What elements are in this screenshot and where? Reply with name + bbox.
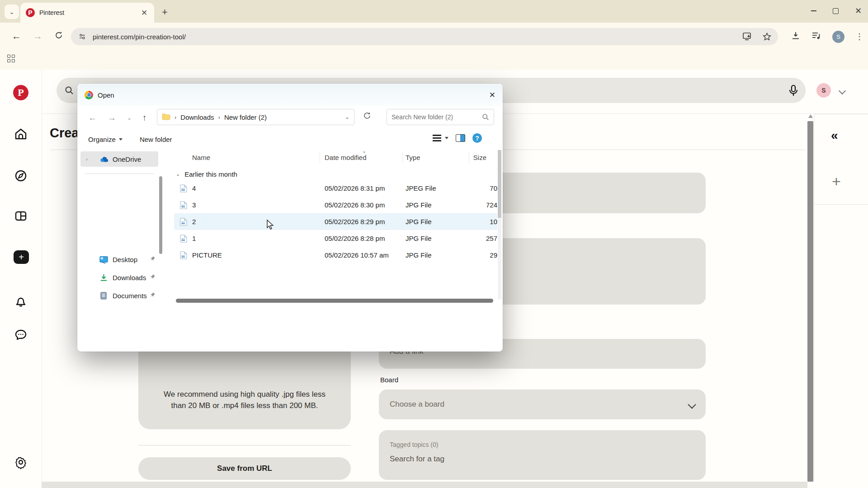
bookmark-star-icon[interactable] [762, 32, 772, 42]
dialog-titlebar[interactable]: Open ✕ [77, 84, 503, 106]
install-app-icon[interactable] [742, 32, 752, 41]
right-panel [814, 114, 868, 482]
site-settings-icon[interactable] [77, 32, 87, 42]
media-controls-icon[interactable] [811, 31, 821, 42]
scroll-up-arrow[interactable] [808, 114, 813, 118]
toolbar-right: S ⋮ [791, 28, 863, 45]
search-icon [65, 86, 74, 95]
home-icon[interactable] [14, 127, 28, 141]
browser-titlebar: ⌄ P Pinterest ✕ + ✕ [0, 0, 868, 23]
messages-icon[interactable] [14, 328, 28, 342]
file-row[interactable]: 1 05/02/2026 8:28 pm JPG File 257 [174, 230, 497, 247]
board-chevron-icon [688, 400, 696, 408]
board-select[interactable]: Choose a board [379, 389, 706, 419]
help-icon[interactable]: ? [472, 133, 482, 143]
image-file-icon [180, 201, 187, 209]
file-row[interactable]: PICTURE 05/02/2026 10:57 am JPG File 29 [174, 247, 497, 263]
column-name[interactable]: Name [174, 154, 325, 161]
sidebar-item-downloads[interactable]: Downloads [80, 270, 158, 285]
sidebar-item-desktop[interactable]: Desktop [80, 252, 158, 267]
sort-indicator-icon: ⌄ [362, 148, 366, 154]
dialog-search-box[interactable]: Search New folder (2) [387, 109, 494, 125]
page-scrollbar[interactable] [807, 121, 813, 482]
expand-chevron-icon[interactable]: › [86, 156, 88, 162]
image-file-icon [180, 184, 187, 192]
reload-icon[interactable] [54, 31, 63, 42]
tagged-topics-field[interactable]: Tagged topics (0) Search for a tag [379, 430, 706, 480]
breadcrumb-new-folder[interactable]: New folder (2) [224, 113, 267, 121]
column-size[interactable]: Size [452, 154, 497, 161]
save-from-url-button[interactable]: Save from URL [138, 457, 351, 480]
view-dropdown-icon [445, 137, 448, 139]
view-controls: ? [433, 133, 482, 143]
settings-gear-icon[interactable] [14, 455, 28, 469]
new-folder-button[interactable]: New folder [140, 136, 172, 143]
horizontal-scrollbar-thumb[interactable] [176, 299, 493, 303]
panel-divider [814, 204, 868, 205]
browser-tab[interactable]: P Pinterest ✕ [20, 3, 154, 23]
pin-icon [149, 292, 156, 298]
new-tab-button[interactable]: + [162, 6, 168, 18]
column-type[interactable]: Type [406, 154, 452, 161]
nav-back-icon[interactable]: ← [88, 113, 97, 123]
downloads-icon[interactable] [791, 31, 801, 42]
collapse-panel-icon[interactable]: « [831, 128, 838, 143]
forward-icon[interactable]: → [33, 31, 42, 42]
window-controls: ✕ [811, 0, 862, 22]
dialog-search-placeholder: Search New folder (2) [392, 113, 453, 121]
desktop-icon [99, 255, 108, 264]
crumb-separator-icon: › [175, 114, 176, 121]
nav-up-icon[interactable]: ↑ [142, 113, 147, 123]
address-dropdown-icon[interactable]: ⌄ [345, 114, 349, 120]
file-row[interactable]: 4 05/02/2026 8:31 pm JPEG File 70 [174, 180, 497, 197]
pinterest-logo-icon[interactable]: P [13, 85, 28, 100]
sidebar-item-documents[interactable]: Documents [80, 288, 158, 303]
breadcrumb-downloads[interactable]: Downloads [180, 113, 214, 121]
address-bar[interactable]: pinterest.com/pin-creation-tool/ [71, 28, 778, 45]
window-close-icon[interactable]: ✕ [855, 6, 862, 16]
refresh-icon[interactable] [363, 112, 371, 122]
sidebar-item-onedrive[interactable]: › OneDrive [80, 151, 158, 167]
chrome-menu-icon[interactable]: ⋮ [855, 32, 863, 42]
tab-close-icon[interactable]: ✕ [140, 8, 149, 18]
organize-button[interactable]: Organize [88, 136, 123, 143]
upload-divider [138, 445, 351, 446]
open-file-dialog: Open ✕ ← → ⌄ ↑ › Downloads › New folder … [77, 84, 503, 352]
chrome-icon [85, 91, 93, 99]
group-header[interactable]: ⌄ Earlier this month [174, 168, 497, 180]
microphone-icon[interactable] [788, 84, 799, 99]
boards-icon[interactable] [14, 209, 28, 223]
group-collapse-icon[interactable]: ⌄ [176, 171, 180, 177]
notifications-bell-icon[interactable] [14, 295, 28, 308]
panel-add-icon[interactable]: + [832, 173, 841, 190]
nav-forward-icon[interactable]: → [108, 113, 116, 123]
filelist-scrollbar-thumb[interactable] [498, 150, 501, 218]
chrome-profile-avatar[interactable]: S [832, 31, 844, 43]
column-date-modified[interactable]: Date modified [325, 154, 406, 161]
column-separator[interactable] [402, 151, 403, 163]
dialog-close-icon[interactable]: ✕ [489, 90, 495, 100]
dropdown-arrow-icon [119, 138, 123, 141]
preview-pane-icon[interactable] [456, 134, 465, 142]
file-row[interactable]: 3 05/02/2026 8:30 pm JPG File 724 [174, 197, 497, 213]
dialog-sidebar: › OneDrive Desktop Downloads Documents [80, 150, 158, 305]
nav-recent-icon[interactable]: ⌄ [127, 115, 132, 121]
pin-icon [149, 274, 156, 280]
apps-grid-icon[interactable] [7, 55, 15, 63]
breadcrumb[interactable]: › Downloads › New folder (2) ⌄ [157, 109, 354, 125]
restore-icon[interactable] [833, 8, 839, 14]
url-text[interactable]: pinterest.com/pin-creation-tool/ [93, 33, 732, 41]
column-separator[interactable] [469, 151, 469, 163]
tab-search-button[interactable]: ⌄ [5, 5, 19, 19]
minimize-icon[interactable] [811, 10, 816, 11]
screen: ⌄ P Pinterest ✕ + ✕ ← → pinterest.com/pi… [0, 0, 868, 488]
create-icon[interactable]: + [14, 250, 29, 264]
sidebar-scrollbar[interactable] [159, 176, 162, 254]
explore-icon[interactable] [14, 169, 28, 183]
column-separator[interactable] [320, 151, 320, 163]
board-placeholder: Choose a board [390, 400, 444, 409]
file-row-hovered[interactable]: 2 05/02/2026 8:29 pm JPG File 10 [174, 213, 497, 230]
pinterest-avatar[interactable]: S [816, 83, 831, 98]
view-mode-button[interactable] [433, 135, 448, 141]
back-icon[interactable]: ← [12, 31, 21, 42]
